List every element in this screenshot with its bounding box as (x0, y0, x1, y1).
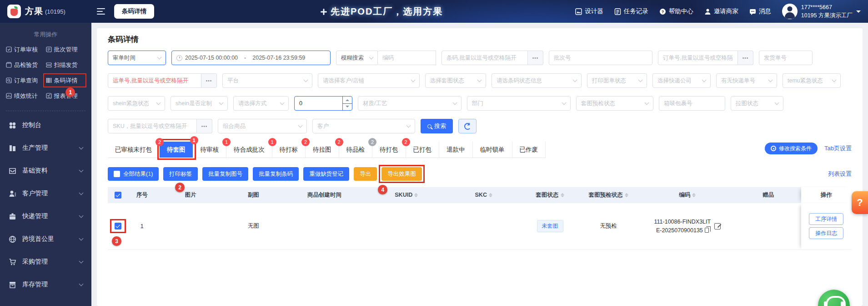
nav-invite-merchant[interactable]: 邀请商家 (704, 7, 738, 15)
tab-pending-review[interactable]: 待审核 1 (193, 142, 227, 158)
quick-order-query[interactable]: 订单查询 (6, 73, 46, 87)
modify-search-button[interactable]: 修改搜索条件 (765, 143, 818, 154)
nav-designer[interactable]: 设计器 (575, 7, 603, 15)
number-input[interactable] (299, 100, 342, 107)
sidebar-item-production[interactable]: 生产管理 (0, 137, 91, 159)
sidebar-item-cross-border[interactable]: 跨境首公里 (0, 228, 91, 250)
row-checkbox[interactable] (115, 223, 121, 230)
process-detail-button[interactable]: 工序详情 (809, 213, 843, 225)
quick-quality-check[interactable]: 品检验货 (6, 58, 46, 72)
quick-batch-manage[interactable]: 批次管理 (46, 42, 86, 56)
tab-reviewed-unpacked[interactable]: 已审核未打包 2 (108, 142, 160, 158)
tab-temp-locked[interactable]: 临时锁单 (473, 142, 512, 158)
sidebar-item-express[interactable]: 快递管理 (0, 205, 91, 228)
order-no-input[interactable] (663, 55, 733, 61)
export-button[interactable]: 导出 (354, 167, 377, 181)
set-status-select[interactable]: 选择套图状态 (425, 73, 486, 88)
user-menu[interactable]: 177****5667 10195 方果演示工厂 (782, 3, 861, 20)
batch-copy-barcode-button[interactable]: 批量复制条码 (253, 167, 299, 181)
batch-no-input[interactable] (554, 55, 647, 61)
nav-messages[interactable]: 消息 (749, 7, 771, 15)
shein-custom-select[interactable]: shein是否定制 (171, 96, 228, 111)
express-company-select[interactable]: 选择快递公司 (652, 73, 711, 88)
waybill-more-button[interactable]: ••• (201, 73, 217, 88)
tab-refunding[interactable]: 退款中 (439, 142, 473, 158)
sidebar-item-customers[interactable]: 客户管理 (0, 182, 91, 205)
header-precheck[interactable]: 套图预检状态 (577, 187, 639, 203)
method-select[interactable]: 请选择方式 (233, 96, 289, 111)
temu-urgent-select[interactable]: temu紧急状态 (783, 73, 841, 88)
material-select[interactable]: 材质/工艺 (358, 96, 462, 111)
shipment-no-input[interactable] (764, 55, 808, 61)
header-skc[interactable]: SKC (445, 187, 522, 203)
copy-icon[interactable] (705, 228, 709, 233)
stepper-down-button[interactable] (343, 104, 352, 111)
sort-icon[interactable] (561, 191, 564, 199)
platform-select[interactable]: 平台 (222, 73, 312, 88)
sidebar-item-purchasing[interactable]: 采购管理 (0, 250, 91, 273)
precheck-status-select[interactable]: 套图预检状态 (576, 96, 653, 111)
header-set-status[interactable]: 套图状态 (522, 187, 578, 203)
sort-icon[interactable] (489, 191, 492, 199)
tab-pending-quality-check[interactable]: 待品检 2 (339, 142, 373, 158)
quick-performance-stats[interactable]: 绩效统计 (6, 89, 46, 103)
edit-icon[interactable] (714, 223, 721, 230)
tab-voided[interactable]: 已作废 (512, 142, 546, 158)
tab-pending-pull-image[interactable]: 待拉图 2 (306, 142, 339, 158)
waybill-no-input[interactable] (113, 77, 196, 84)
tab-packed[interactable]: 已打包 (406, 142, 440, 158)
header-code[interactable]: 编码 (639, 187, 735, 203)
tab-pending-merge-batch[interactable]: 待合成批次 1 (226, 142, 272, 158)
sku-input[interactable] (113, 123, 192, 129)
stepper-up-button[interactable] (343, 97, 352, 104)
customer-select[interactable]: 客户 (312, 119, 415, 133)
operation-log-button[interactable]: 操作日志 (809, 227, 843, 239)
customer-shop-select[interactable]: 请选择客户/店铺 (318, 73, 420, 88)
date-range-picker[interactable]: 2025-07-15 00:00:00 - 2025-07-16 23:59:5… (171, 51, 331, 65)
nav-help-center[interactable]: ? 帮助中心 (659, 7, 693, 15)
header-checkbox[interactable] (115, 192, 121, 199)
quick-order-review[interactable]: 订单审核 (6, 42, 46, 56)
search-button[interactable]: 搜索 (421, 119, 453, 133)
tab-pending-marking[interactable]: 待打标 2 (272, 142, 306, 158)
open-page-tab[interactable]: 条码详情 (114, 4, 154, 19)
batch-copy-pic-no-button[interactable]: 批量复制图号 (202, 167, 248, 181)
barcode-status-select[interactable]: 请选条码状态信息 (492, 73, 582, 88)
print-face-status-select[interactable]: 打印面单状态 (587, 73, 647, 88)
quick-barcode-detail[interactable]: 条码详情 1 (46, 73, 86, 87)
has-tracking-select[interactable]: 有无快递单号 (716, 73, 777, 88)
tab-pending-image-set[interactable]: 待套图 1 (160, 142, 193, 158)
collapse-menu-icon[interactable] (97, 8, 105, 15)
select-all-button[interactable]: 全部结果(1) (108, 167, 159, 181)
sku-more-button[interactable]: ••• (197, 119, 212, 133)
quick-scan-ship[interactable]: 扫描发货 (46, 58, 86, 72)
fuzzy-mode-select[interactable]: 模糊搜索 (336, 51, 378, 65)
sidebar-item-dashboard[interactable]: 控制台 (0, 114, 91, 137)
select-all-checkbox[interactable] (114, 171, 120, 177)
redo-shortage-button[interactable]: 重做缺货登记 (303, 167, 349, 181)
combo-product-select[interactable]: 组合商品 (218, 119, 307, 133)
order-more-button[interactable]: ••• (738, 51, 753, 65)
department-select[interactable]: 部门 (467, 96, 571, 111)
box-package-input[interactable] (664, 100, 720, 107)
sort-icon[interactable] (625, 191, 628, 199)
pull-status-select[interactable]: 拉图状态 (731, 96, 783, 111)
barcode-more-button[interactable]: ••• (528, 51, 543, 65)
shein-urgent-select[interactable]: shein紧急状态 (108, 96, 165, 111)
sort-icon[interactable] (692, 191, 696, 199)
sidebar-item-basic-data[interactable]: 基础资料 (0, 159, 91, 182)
tab-settings-link[interactable]: Tab页设置 (824, 144, 852, 153)
time-type-select[interactable]: 审单时间 (108, 51, 166, 65)
list-settings-link[interactable]: 列表设置 (828, 170, 852, 178)
barcode-input[interactable] (447, 55, 523, 61)
export-effect-image-button[interactable]: 导出效果图 (381, 167, 422, 181)
help-float-button[interactable]: ? (852, 191, 868, 214)
code-input[interactable] (382, 55, 431, 61)
print-label-button[interactable]: 打印标签 (163, 167, 198, 181)
refresh-button[interactable] (458, 119, 477, 133)
nav-task-log[interactable]: 任务记录 (614, 7, 648, 15)
sort-icon[interactable] (414, 191, 418, 199)
sidebar-item-inventory[interactable]: 库存管理 (0, 273, 91, 296)
tab-pending-packing[interactable]: 待打包 2 (372, 142, 406, 158)
app-logo-icon (7, 5, 21, 18)
